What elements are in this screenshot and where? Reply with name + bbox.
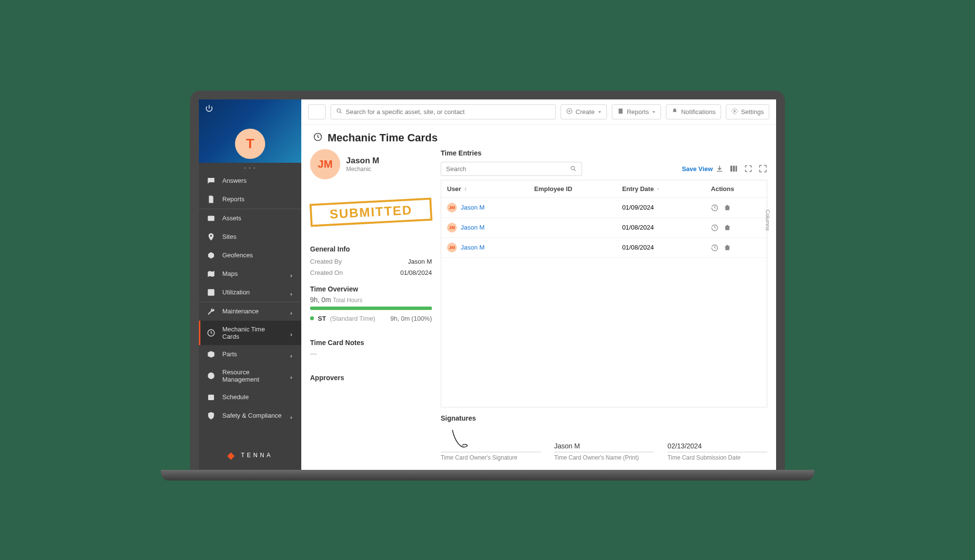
profile: JM Jason M Mechanic	[310, 149, 432, 179]
entries-search[interactable]	[441, 162, 582, 176]
svg-rect-2	[208, 289, 214, 296]
trash-icon[interactable]	[723, 244, 731, 251]
button-label: Create	[576, 108, 595, 116]
signatures-heading: Signatures	[441, 414, 767, 422]
svg-rect-5	[208, 394, 214, 400]
st-value: 9h, 0m (100%)	[390, 315, 432, 322]
scan-icon[interactable]	[744, 164, 753, 173]
nav-label: Maintenance	[222, 308, 283, 315]
svg-rect-0	[208, 215, 214, 221]
progress-bar	[310, 307, 432, 310]
power-icon[interactable]	[205, 104, 214, 113]
profile-avatar: JM	[310, 149, 340, 179]
sidebar-item-parts[interactable]: Parts	[199, 345, 301, 364]
total-hours-label: Total Hours	[333, 297, 363, 304]
sidebar-item-mechanic-time-cards[interactable]: Mechanic Time Cards	[199, 321, 301, 345]
nav-label: Geofences	[222, 251, 293, 259]
fullscreen-icon[interactable]	[759, 164, 767, 173]
user-avatar[interactable]: T	[235, 129, 265, 159]
brand-logo-icon: ◆	[227, 449, 237, 461]
sidebar-item-schedule[interactable]: Schedule	[199, 388, 301, 406]
history-icon[interactable]	[711, 224, 719, 232]
document-icon	[617, 108, 624, 116]
sidebar-item-reports[interactable]: Reports	[199, 190, 301, 209]
global-search[interactable]	[331, 104, 556, 119]
main: Create Reports Notifications Settings Me…	[301, 99, 776, 470]
svg-point-11	[571, 166, 574, 170]
save-view-button[interactable]: Save View	[682, 165, 723, 173]
global-search-input[interactable]	[346, 108, 550, 116]
svg-point-6	[337, 109, 340, 112]
settings-button[interactable]: Settings	[726, 104, 769, 119]
user-link[interactable]: Jason M	[461, 224, 485, 231]
svg-rect-8	[619, 108, 623, 114]
create-button[interactable]: Create	[561, 104, 607, 119]
entries-search-input[interactable]	[446, 165, 570, 173]
nav-label: Utilization	[222, 289, 283, 296]
trash-icon[interactable]	[723, 204, 731, 212]
general-heading: General Info	[310, 245, 432, 253]
history-icon[interactable]	[711, 244, 719, 251]
col-user[interactable]: User	[441, 180, 528, 198]
notes-heading: Time Card Notes	[310, 339, 432, 347]
chevron-down-icon	[652, 108, 656, 116]
svg-point-4	[208, 372, 214, 379]
created-on-label: Created On	[310, 269, 343, 276]
entry-date-cell: 01/08/2024	[616, 237, 705, 257]
sidebar-item-geofences[interactable]: Geofences	[199, 246, 301, 265]
sidebar-header: T	[199, 99, 301, 163]
sidebar-item-assets[interactable]: Assets	[199, 209, 301, 228]
employee-id-cell	[528, 237, 616, 257]
sidebar-item-maps[interactable]: Maps	[199, 265, 301, 283]
notifications-button[interactable]: Notifications	[666, 104, 721, 119]
table-row[interactable]: JMJason M01/08/2024	[441, 237, 767, 257]
filter-button[interactable]	[308, 104, 326, 119]
entries-table: User Employee ID Entry Date Actions JMJa…	[441, 180, 767, 407]
chevron-right-icon	[290, 352, 293, 356]
table-row[interactable]: JMJason M01/08/2024	[441, 217, 767, 237]
save-view-label: Save View	[682, 165, 713, 173]
sidebar-item-maintenance[interactable]: Maintenance	[199, 302, 301, 321]
sidebar-item-utilization[interactable]: Utilization	[199, 283, 301, 302]
sidebar: T • • • Answers Reports Assets Sites Geo…	[199, 99, 301, 470]
user-link[interactable]: Jason M	[461, 244, 485, 251]
pie-icon	[207, 371, 215, 380]
user-link[interactable]: Jason M	[461, 204, 485, 211]
chevron-right-icon	[290, 272, 293, 276]
sidebar-item-resource-mgmt[interactable]: Resource Management	[199, 364, 301, 388]
col-actions: Actions	[705, 180, 767, 198]
columns-tab[interactable]: Columns	[765, 210, 771, 231]
columns-icon[interactable]	[729, 164, 738, 173]
button-label: Reports	[627, 108, 649, 116]
gear-icon	[731, 108, 738, 116]
owner-name: Jason M	[554, 427, 654, 452]
history-icon[interactable]	[711, 204, 719, 212]
owner-name-label: Time Card Owner's Name (Print)	[554, 454, 654, 461]
profile-role: Mechanic	[346, 166, 379, 173]
sidebar-item-safety[interactable]: Safety & Compliance	[199, 406, 301, 425]
reports-button[interactable]: Reports	[612, 104, 662, 119]
nav-label: Assets	[222, 214, 293, 222]
nav-label: Sites	[222, 233, 293, 240]
created-on: 01/08/2024	[400, 269, 432, 276]
sidebar-item-answers[interactable]: Answers	[199, 172, 301, 190]
entry-date-cell: 01/09/2024	[616, 197, 705, 217]
geofence-icon	[207, 251, 215, 260]
total-hours: 9h, 0m	[310, 296, 331, 304]
assets-icon	[207, 214, 215, 223]
time-entries-heading: Time Entries	[441, 149, 767, 157]
trash-icon[interactable]	[723, 224, 731, 232]
filter-icon	[313, 108, 320, 116]
sort-down-icon	[654, 185, 661, 193]
sidebar-item-sites[interactable]: Sites	[199, 228, 301, 246]
table-row[interactable]: JMJason M01/09/2024	[441, 197, 767, 217]
employee-id-cell	[528, 197, 616, 217]
brand: ◆ TENNA	[199, 441, 301, 470]
nav-label: Safety & Compliance	[222, 412, 283, 419]
nav-label: Resource Management	[222, 368, 283, 383]
button-label: Notifications	[681, 108, 716, 116]
col-employee-id[interactable]: Employee ID	[528, 180, 616, 198]
svg-point-1	[210, 234, 212, 236]
pin-icon	[207, 232, 215, 241]
col-entry-date[interactable]: Entry Date	[616, 180, 705, 198]
